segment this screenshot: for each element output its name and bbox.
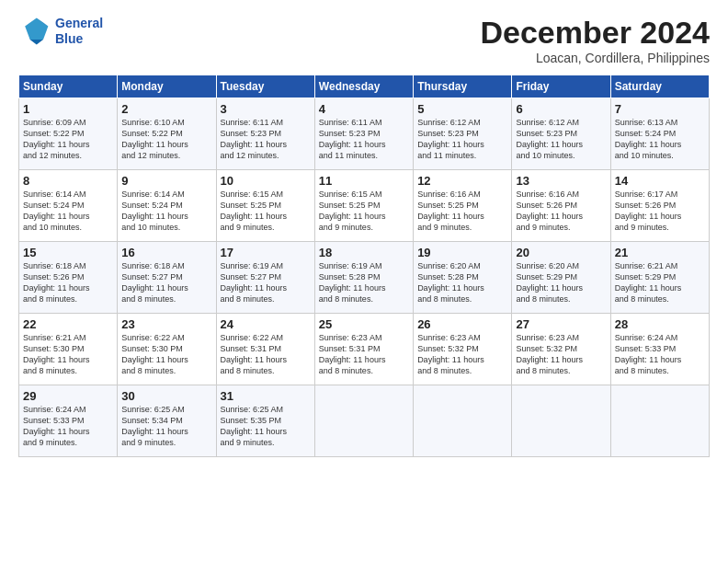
cell-details: Sunrise: 6:16 AMSunset: 5:25 PMDaylight:… (417, 189, 507, 234)
calendar-cell: 30Sunrise: 6:25 AMSunset: 5:34 PMDayligh… (118, 385, 216, 457)
cell-details: Sunrise: 6:13 AMSunset: 5:24 PMDaylight:… (615, 117, 705, 162)
day-number: 20 (516, 246, 606, 259)
calendar-cell (314, 385, 413, 457)
day-number: 10 (221, 174, 311, 188)
day-number: 31 (221, 389, 311, 403)
day-number: 13 (516, 174, 606, 188)
day-number: 26 (417, 317, 507, 331)
day-number: 3 (221, 102, 311, 116)
day-number: 7 (615, 102, 705, 116)
cell-details: Sunrise: 6:25 AMSunset: 5:34 PMDaylight:… (121, 404, 211, 449)
cell-details: Sunrise: 6:23 AMSunset: 5:31 PMDaylight:… (319, 332, 409, 377)
calendar-cell: 1Sunrise: 6:09 AMSunset: 5:22 PMDaylight… (19, 98, 118, 170)
calendar-cell: 22Sunrise: 6:21 AMSunset: 5:30 PMDayligh… (19, 314, 118, 385)
logo: General Blue (18, 15, 103, 48)
day-number: 4 (319, 102, 409, 116)
calendar-header-row: SundayMondayTuesdayWednesdayThursdayFrid… (19, 75, 710, 98)
header: General Blue December 2024 Loacan, Cordi… (18, 15, 710, 65)
cell-details: Sunrise: 6:19 AMSunset: 5:28 PMDaylight:… (319, 260, 409, 305)
calendar-cell (512, 385, 610, 457)
day-number: 5 (417, 102, 507, 116)
calendar-cell: 19Sunrise: 6:20 AMSunset: 5:28 PMDayligh… (414, 242, 512, 314)
calendar-cell: 18Sunrise: 6:19 AMSunset: 5:28 PMDayligh… (314, 242, 413, 314)
day-number: 22 (23, 317, 113, 331)
calendar-cell: 25Sunrise: 6:23 AMSunset: 5:31 PMDayligh… (314, 314, 413, 385)
header-cell-thursday: Thursday (414, 75, 512, 98)
svg-marker-2 (30, 40, 43, 44)
header-cell-wednesday: Wednesday (314, 75, 413, 98)
cell-details: Sunrise: 6:21 AMSunset: 5:29 PMDaylight:… (615, 260, 705, 305)
calendar-cell: 11Sunrise: 6:15 AMSunset: 5:25 PMDayligh… (314, 170, 413, 242)
day-number: 6 (516, 102, 606, 116)
cell-details: Sunrise: 6:18 AMSunset: 5:26 PMDaylight:… (23, 260, 113, 305)
cell-details: Sunrise: 6:21 AMSunset: 5:30 PMDaylight:… (23, 332, 113, 377)
calendar-cell: 12Sunrise: 6:16 AMSunset: 5:25 PMDayligh… (414, 170, 512, 242)
cell-details: Sunrise: 6:24 AMSunset: 5:33 PMDaylight:… (615, 332, 705, 377)
day-number: 17 (221, 246, 311, 259)
calendar-cell: 23Sunrise: 6:22 AMSunset: 5:30 PMDayligh… (118, 314, 216, 385)
cell-details: Sunrise: 6:19 AMSunset: 5:27 PMDaylight:… (221, 260, 311, 305)
day-number: 14 (615, 174, 705, 188)
title-block: December 2024 Loacan, Cordillera, Philip… (480, 15, 710, 65)
cell-details: Sunrise: 6:09 AMSunset: 5:22 PMDaylight:… (23, 117, 113, 162)
cell-details: Sunrise: 6:20 AMSunset: 5:29 PMDaylight:… (516, 260, 606, 305)
day-number: 28 (615, 317, 705, 331)
cell-details: Sunrise: 6:10 AMSunset: 5:22 PMDaylight:… (121, 117, 211, 162)
day-number: 2 (121, 102, 211, 116)
calendar-cell: 24Sunrise: 6:22 AMSunset: 5:31 PMDayligh… (216, 314, 314, 385)
day-number: 30 (121, 389, 211, 403)
cell-details: Sunrise: 6:17 AMSunset: 5:26 PMDaylight:… (615, 189, 705, 234)
cell-details: Sunrise: 6:14 AMSunset: 5:24 PMDaylight:… (23, 189, 113, 234)
calendar-cell: 2Sunrise: 6:10 AMSunset: 5:22 PMDaylight… (118, 98, 216, 170)
cell-details: Sunrise: 6:24 AMSunset: 5:33 PMDaylight:… (23, 404, 113, 449)
calendar-cell: 13Sunrise: 6:16 AMSunset: 5:26 PMDayligh… (512, 170, 610, 242)
day-number: 27 (516, 317, 606, 331)
cell-details: Sunrise: 6:18 AMSunset: 5:27 PMDaylight:… (121, 260, 211, 305)
calendar-cell: 5Sunrise: 6:12 AMSunset: 5:23 PMDaylight… (414, 98, 512, 170)
calendar-cell: 10Sunrise: 6:15 AMSunset: 5:25 PMDayligh… (216, 170, 314, 242)
cell-details: Sunrise: 6:15 AMSunset: 5:25 PMDaylight:… (221, 189, 311, 234)
cell-details: Sunrise: 6:16 AMSunset: 5:26 PMDaylight:… (516, 189, 606, 234)
day-number: 29 (23, 389, 113, 403)
day-number: 9 (121, 174, 211, 188)
day-number: 16 (121, 246, 211, 259)
calendar-cell: 8Sunrise: 6:14 AMSunset: 5:24 PMDaylight… (19, 170, 118, 242)
day-number: 19 (417, 246, 507, 259)
day-number: 8 (23, 174, 113, 188)
day-number: 23 (121, 317, 211, 331)
cell-details: Sunrise: 6:12 AMSunset: 5:23 PMDaylight:… (516, 117, 606, 162)
month-title: December 2024 (480, 15, 710, 51)
cell-details: Sunrise: 6:22 AMSunset: 5:30 PMDaylight:… (121, 332, 211, 377)
header-cell-friday: Friday (512, 75, 610, 98)
cell-details: Sunrise: 6:15 AMSunset: 5:25 PMDaylight:… (319, 189, 409, 234)
calendar-cell: 3Sunrise: 6:11 AMSunset: 5:23 PMDaylight… (216, 98, 314, 170)
cell-details: Sunrise: 6:20 AMSunset: 5:28 PMDaylight:… (417, 260, 507, 305)
calendar-table: SundayMondayTuesdayWednesdayThursdayFrid… (18, 75, 710, 457)
calendar-cell: 17Sunrise: 6:19 AMSunset: 5:27 PMDayligh… (216, 242, 314, 314)
cell-details: Sunrise: 6:14 AMSunset: 5:24 PMDaylight:… (121, 189, 211, 234)
logo-general: General (55, 16, 103, 31)
cell-details: Sunrise: 6:11 AMSunset: 5:23 PMDaylight:… (221, 117, 311, 162)
day-number: 12 (417, 174, 507, 188)
calendar-cell: 28Sunrise: 6:24 AMSunset: 5:33 PMDayligh… (610, 314, 709, 385)
header-cell-tuesday: Tuesday (216, 75, 314, 98)
cell-details: Sunrise: 6:25 AMSunset: 5:35 PMDaylight:… (221, 404, 311, 449)
calendar-week-2: 8Sunrise: 6:14 AMSunset: 5:24 PMDaylight… (19, 170, 710, 242)
day-number: 25 (319, 317, 409, 331)
cell-details: Sunrise: 6:12 AMSunset: 5:23 PMDaylight:… (417, 117, 507, 162)
calendar-body: 1Sunrise: 6:09 AMSunset: 5:22 PMDaylight… (19, 98, 710, 457)
logo-blue: Blue (55, 31, 103, 47)
calendar-cell: 31Sunrise: 6:25 AMSunset: 5:35 PMDayligh… (216, 385, 314, 457)
cell-details: Sunrise: 6:23 AMSunset: 5:32 PMDaylight:… (516, 332, 606, 377)
header-cell-monday: Monday (118, 75, 216, 98)
calendar-cell: 7Sunrise: 6:13 AMSunset: 5:24 PMDaylight… (610, 98, 709, 170)
calendar-cell (414, 385, 512, 457)
calendar-page: General Blue December 2024 Loacan, Cordi… (0, 0, 728, 466)
calendar-cell: 15Sunrise: 6:18 AMSunset: 5:26 PMDayligh… (19, 242, 118, 314)
calendar-cell (610, 385, 709, 457)
calendar-cell: 6Sunrise: 6:12 AMSunset: 5:23 PMDaylight… (512, 98, 610, 170)
calendar-cell: 20Sunrise: 6:20 AMSunset: 5:29 PMDayligh… (512, 242, 610, 314)
calendar-cell: 27Sunrise: 6:23 AMSunset: 5:32 PMDayligh… (512, 314, 610, 385)
cell-details: Sunrise: 6:22 AMSunset: 5:31 PMDaylight:… (221, 332, 311, 377)
day-number: 1 (23, 102, 113, 116)
